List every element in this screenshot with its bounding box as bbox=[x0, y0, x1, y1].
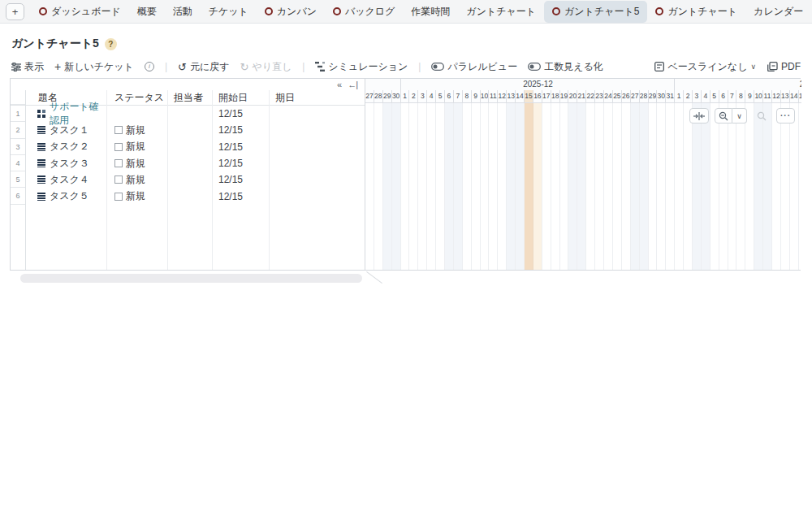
zoom-out-button[interactable] bbox=[715, 108, 732, 124]
gantt-day-column bbox=[631, 103, 640, 270]
gantt-day-column bbox=[640, 103, 649, 270]
tab-item[interactable]: カレンダー bbox=[745, 1, 811, 23]
app-ring-icon bbox=[552, 7, 560, 15]
gantt-day-column bbox=[657, 103, 666, 270]
start-date-cell[interactable]: 12/15 bbox=[212, 108, 269, 119]
ticket-title-link[interactable]: タスク３ bbox=[50, 157, 89, 171]
tab-item[interactable]: バックログ bbox=[325, 1, 403, 23]
start-date-cell[interactable]: 12/15 bbox=[212, 191, 269, 202]
app-ring-icon bbox=[39, 7, 47, 15]
gantt-day-cell: 4 bbox=[702, 90, 710, 103]
tab-item[interactable]: 活動 bbox=[165, 1, 201, 23]
gantt-day-cell: 7 bbox=[728, 90, 737, 103]
gantt-day-cell: 27 bbox=[365, 90, 374, 103]
collapse-pane-icon[interactable]: « bbox=[337, 80, 341, 89]
gantt-day-cell: 12 bbox=[498, 90, 507, 103]
tab-item[interactable]: チケット bbox=[201, 1, 257, 23]
ticket-title-link[interactable]: タスク４ bbox=[50, 173, 89, 187]
add-tab-button[interactable]: + bbox=[6, 3, 24, 20]
gantt-day-cell: 30 bbox=[657, 90, 666, 103]
status-cell[interactable]: 新規 bbox=[106, 157, 167, 171]
tab-item[interactable]: 概要 bbox=[129, 1, 165, 23]
tab-item[interactable]: カンバン bbox=[257, 1, 325, 23]
gantt-day-column bbox=[374, 103, 383, 270]
gantt-day-row: 2728293012345678910111213141516171819202… bbox=[365, 90, 801, 103]
gantt-day-column bbox=[568, 103, 577, 270]
tab-item[interactable]: ガントチャート bbox=[647, 1, 745, 23]
gantt-month-row: 2025-122026-1 bbox=[365, 79, 801, 90]
tab-item[interactable]: ガントチャート bbox=[458, 1, 544, 23]
gantt-day-cell: 31 bbox=[666, 90, 675, 103]
status-cell[interactable]: 新規 bbox=[106, 173, 167, 187]
redo-button[interactable]: ↻ やり直し bbox=[240, 60, 292, 74]
gantt-day-column bbox=[613, 103, 622, 270]
status-cell[interactable]: 新規 bbox=[106, 140, 167, 154]
start-date-cell[interactable]: 12/15 bbox=[212, 124, 269, 136]
gantt-month-label: 2026-1 bbox=[675, 79, 801, 90]
status-cell[interactable]: 新規 bbox=[106, 124, 167, 137]
undo-button[interactable]: ↺ 元に戻す bbox=[178, 60, 229, 74]
tab-label: 活動 bbox=[173, 5, 192, 19]
pdf-export-button[interactable]: PDF bbox=[767, 61, 801, 72]
tab-label: ガントチャート bbox=[667, 5, 737, 19]
ticket-title-link[interactable]: タスク５ bbox=[50, 189, 89, 203]
parallel-view-toggle[interactable]: パラレルビュー bbox=[431, 60, 517, 74]
page-title: ガントチャート5 bbox=[11, 37, 99, 51]
collapse-to-edge-icon[interactable]: ←| bbox=[348, 80, 357, 89]
column-header-status[interactable]: ステータス bbox=[106, 91, 167, 105]
zoom-in-button[interactable] bbox=[753, 108, 771, 124]
status-checkbox-icon bbox=[114, 193, 123, 201]
undo-icon: ↺ bbox=[178, 61, 187, 73]
gantt-day-cell: 2 bbox=[684, 90, 693, 103]
row-number: 4 bbox=[11, 155, 25, 171]
simulation-button[interactable]: シミュレーション bbox=[315, 60, 408, 74]
info-icon[interactable]: i bbox=[145, 62, 154, 72]
gantt-day-column bbox=[754, 103, 763, 270]
gantt-day-cell: 14 bbox=[790, 90, 799, 103]
gantt-day-cell: 22 bbox=[586, 90, 595, 103]
gantt-day-cell: 29 bbox=[649, 90, 658, 103]
gantt-day-column bbox=[516, 103, 525, 270]
baseline-select[interactable]: ベースラインなし ∨ bbox=[654, 60, 756, 74]
resize-handle[interactable] bbox=[366, 271, 382, 284]
gantt-day-cell: 10 bbox=[481, 90, 490, 103]
ticket-title-link[interactable]: タスク２ bbox=[50, 140, 89, 154]
fit-width-button[interactable] bbox=[689, 108, 709, 124]
tab-item[interactable]: 作業時間 bbox=[403, 1, 458, 23]
gantt-day-cell: 16 bbox=[533, 90, 542, 103]
column-header-due[interactable]: 期日 bbox=[269, 91, 365, 105]
tab-item[interactable]: ダッシュボード bbox=[31, 1, 129, 23]
status-cell[interactable]: 新規 bbox=[106, 189, 167, 203]
redo-icon: ↻ bbox=[240, 61, 248, 73]
app-ring-icon bbox=[655, 7, 663, 15]
new-ticket-button[interactable]: + 新しいチケット bbox=[54, 60, 134, 74]
zoom-level-dropdown[interactable]: ∨ bbox=[732, 108, 747, 124]
gantt-day-column bbox=[577, 103, 586, 270]
gantt-day-column bbox=[675, 103, 684, 270]
toggle-icon bbox=[431, 63, 444, 71]
gantt-day-cell: 27 bbox=[631, 90, 640, 103]
column-header-start[interactable]: 開始日 bbox=[212, 91, 269, 105]
column-header-assignee[interactable]: 担当者 bbox=[167, 91, 212, 105]
separator: | bbox=[302, 61, 304, 72]
gantt-day-cell: 3 bbox=[418, 90, 427, 103]
simulation-icon bbox=[315, 62, 325, 72]
pane-collapse-controls: « ←| bbox=[337, 79, 357, 90]
table-row: 5タスク４新規12/15 bbox=[11, 171, 365, 188]
more-options-button[interactable]: ··· bbox=[776, 108, 795, 124]
gantt-day-column bbox=[649, 103, 658, 270]
effort-visualize-toggle[interactable]: 工数見える化 bbox=[528, 60, 603, 74]
gantt-day-cell: 5 bbox=[436, 90, 445, 103]
task-icon bbox=[37, 159, 45, 167]
ticket-title-link[interactable]: タスク１ bbox=[50, 124, 89, 137]
horizontal-scrollbar[interactable] bbox=[20, 274, 362, 283]
help-icon[interactable]: ? bbox=[105, 38, 117, 50]
gantt-day-column bbox=[666, 103, 675, 270]
start-date-cell[interactable]: 12/15 bbox=[212, 158, 269, 169]
tab-item[interactable]: ガントチャート5 bbox=[544, 1, 647, 23]
gantt-day-cell: 25 bbox=[613, 90, 622, 103]
status-label: 新規 bbox=[126, 189, 145, 203]
start-date-cell[interactable]: 12/15 bbox=[212, 141, 269, 153]
display-settings-button[interactable]: 表示 bbox=[11, 60, 44, 74]
start-date-cell[interactable]: 12/15 bbox=[212, 174, 269, 185]
